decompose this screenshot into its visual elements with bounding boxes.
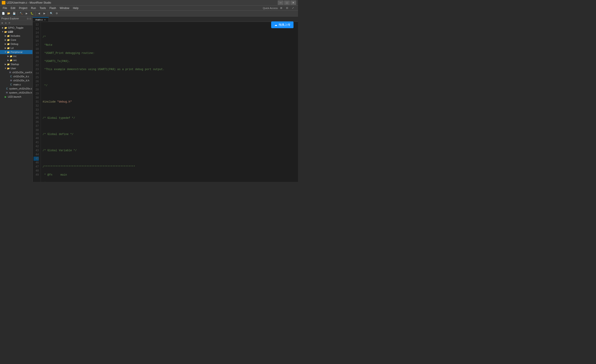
tree-arrow-debug: ▶ <box>4 43 7 45</box>
file-icon-launch: ▶ <box>4 95 7 98</box>
tree-item-launch[interactable]: ▶ ▶ LED.launch <box>0 95 32 99</box>
tree-item-ch32itc[interactable]: ▶ C ch32v20x_it.c <box>0 74 32 78</box>
tab-close-mainc[interactable]: ✕ <box>44 18 46 21</box>
folder-icon-inc: 📁 <box>9 55 13 58</box>
toolbar-right: Quick Access ⊞ ⊟ ⤢ <box>263 6 297 11</box>
tree-label-ch32ith: ch32v20x_it.h <box>13 79 29 82</box>
folder-icon-startup: 📁 <box>7 63 10 66</box>
window-controls: ─ □ ✕ <box>278 0 296 5</box>
tree-item-src[interactable]: ▶ 📁 src <box>0 58 32 62</box>
toolbar-build[interactable]: 🔨 <box>19 11 24 16</box>
toolbar-open[interactable]: 📂 <box>6 11 11 16</box>
tree-label-led: LED <box>8 30 13 33</box>
tree-label-ld: Ld <box>11 47 14 49</box>
toolbar-run[interactable]: ▶ <box>24 11 29 16</box>
tree-arrow-led: ▼ <box>1 30 4 33</box>
tree-item-startup[interactable]: ▶ 📁 Startup <box>0 62 32 66</box>
code-content[interactable]: /* *Note *USART_Print debugging routine:… <box>41 22 298 182</box>
toolbar-search[interactable]: 🔍 <box>49 11 54 16</box>
quick-access-label: Quick Access <box>263 7 278 9</box>
folder-icon-gpio: 📁 <box>4 26 7 29</box>
folder-icon-ld: 📁 <box>7 46 10 50</box>
minimize-button[interactable]: ─ <box>278 0 283 5</box>
tree-item-ld[interactable]: ▶ 📁 Ld <box>0 46 32 50</box>
tree-label-src: src <box>13 59 17 61</box>
tree-item-sysc[interactable]: ▶ C system_ch32v20x.c <box>0 87 32 91</box>
menu-window[interactable]: Window <box>58 6 71 10</box>
tree-arrow-peripheral: ▼ <box>4 51 7 53</box>
tree-item-led[interactable]: ▼ 📂 LED <box>0 30 32 34</box>
menu-run[interactable]: Run <box>29 6 38 10</box>
tree-item-peripheral[interactable]: ▼ 📂 Peripheral <box>0 50 32 54</box>
toolbar-new[interactable]: 📄 <box>1 11 6 16</box>
upload-icon: ☁ <box>274 23 277 27</box>
code-editor[interactable]: 12 13 14 15 16 17 18 19 20 21 22 23 24 2… <box>33 22 298 182</box>
sidebar-toolbar: ⊕ ⊖ ⟳ <box>0 21 32 25</box>
sidebar-btn3[interactable]: ⟳ <box>8 21 11 25</box>
menu-tools[interactable]: Tools <box>38 6 48 10</box>
tree-label-mainc: main.c <box>13 83 21 86</box>
tree-item-mainc[interactable]: ▶ C main.c <box>0 82 32 87</box>
tree-arrow-inc: ▶ <box>7 55 9 58</box>
file-icon-mainc: C <box>9 83 13 86</box>
tree-item-includes[interactable]: ▶ 📁 Includes <box>0 34 32 38</box>
quick-access-btn3[interactable]: ⤢ <box>290 6 295 11</box>
toolbar-settings[interactable]: ⚙ <box>54 11 59 16</box>
tree-arrow-includes: ▶ <box>4 35 7 37</box>
tree-item-sysh[interactable]: ▶ H system_ch32v20x.h <box>0 91 32 95</box>
close-button[interactable]: ✕ <box>290 0 296 5</box>
tree-item-core[interactable]: ▶ 📁 Core <box>0 38 32 42</box>
tree-item-inc[interactable]: ▶ 📁 inc <box>0 54 32 58</box>
title-bar: LED/User/main.c - MounRiver Studio ─ □ ✕ <box>0 0 298 6</box>
sidebar-controls: ⊟ ⊡ <box>27 17 31 20</box>
file-icon-ch32ith: H <box>9 79 13 82</box>
sidebar-btn2[interactable]: ⊖ <box>4 21 8 25</box>
toolbar-back[interactable]: ◀ <box>37 11 41 16</box>
menu-file[interactable]: File <box>1 6 9 10</box>
menu-flash[interactable]: Flash <box>48 6 58 10</box>
menu-edit[interactable]: Edit <box>9 6 17 10</box>
menu-help[interactable]: Help <box>71 6 80 10</box>
tree-label-sysc: system_ch32v20x.c <box>9 87 32 90</box>
tree-arrow-gpio: ▶ <box>1 26 4 29</box>
folder-icon-core: 📁 <box>7 38 10 41</box>
tree-label-ch32conf: ch32v20x_conf.h <box>12 71 32 74</box>
quick-access-grid-btn[interactable]: ⊞ <box>279 6 283 11</box>
toolbar-sep2 <box>35 12 36 15</box>
maximize-button[interactable]: □ <box>284 0 290 5</box>
folder-icon-peripheral: 📂 <box>7 51 10 54</box>
editor-area: main.c ✕ 12 13 14 15 16 17 18 19 20 21 2… <box>33 16 298 182</box>
file-icon-ch32itc: C <box>9 75 13 78</box>
tree-item-gpio[interactable]: ▶ 📁 GPIO_Toggle <box>0 26 32 30</box>
tree-item-debug[interactable]: ▶ 📁 Debug <box>0 42 32 46</box>
editor-tabs: main.c ✕ <box>33 16 298 22</box>
line-numbers: 12 13 14 15 16 17 18 19 20 21 22 23 24 2… <box>33 22 41 182</box>
menu-project[interactable]: Project <box>17 6 29 10</box>
sidebar-btn1[interactable]: ⊕ <box>0 21 4 25</box>
quick-access-btn2[interactable]: ⊟ <box>284 6 290 11</box>
tab-mainc[interactable]: main.c ✕ <box>33 17 49 22</box>
project-explorer: Project Explorer ⊟ ⊡ ⊕ ⊖ ⟳ ▶ 📁 GPIO_Togg… <box>0 16 33 182</box>
tree-item-ch32ith[interactable]: ▶ H ch32v20x_it.h <box>0 78 32 82</box>
folder-icon-debug: 📁 <box>7 42 10 45</box>
tree-label-core: Core <box>11 38 16 41</box>
toolbar-debug[interactable]: 🐛 <box>30 11 35 16</box>
tree-item-user[interactable]: ▼ 📂 User <box>0 66 32 70</box>
folder-icon-user: 📂 <box>7 67 10 70</box>
tree-label-launch: LED.launch <box>8 95 21 98</box>
tree-label-gpio: GPIO_Toggle <box>8 26 23 29</box>
toolbar-save[interactable]: 💾 <box>12 11 17 16</box>
file-icon-sysh: H <box>5 91 8 94</box>
toolbar-forward[interactable]: ▶ <box>42 11 47 16</box>
app-icon <box>2 1 5 5</box>
file-icon-sysc: C <box>5 87 8 90</box>
tree-arrow-ld: ▶ <box>4 47 7 49</box>
folder-icon-led: 📂 <box>4 30 7 33</box>
upload-button[interactable]: ☁ 拖拽上传 <box>271 22 293 28</box>
main-toolbar: 📄 📂 💾 🔨 ▶ 🐛 ◀ ▶ 🔍 ⚙ <box>0 11 298 16</box>
menu-bar: File Edit Project Run Tools Flash Window… <box>0 6 298 11</box>
tree-label-startup: Startup <box>11 63 19 66</box>
file-icon-ch32conf: H <box>8 71 12 74</box>
window-title: LED/User/main.c - MounRiver Studio <box>7 1 51 4</box>
tree-item-ch32conf[interactable]: ▶ H ch32v20x_conf.h <box>0 70 32 74</box>
